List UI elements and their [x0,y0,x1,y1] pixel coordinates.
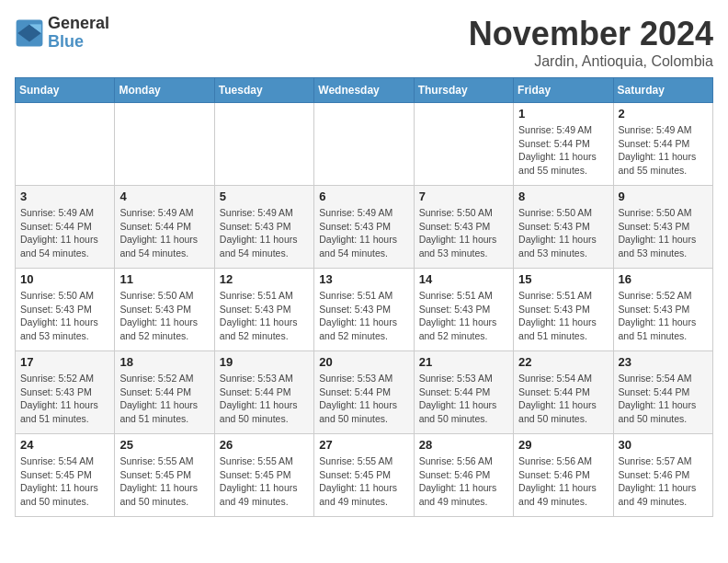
calendar-cell: 9Sunrise: 5:50 AM Sunset: 5:43 PM Daylig… [613,186,712,269]
calendar-body: 1Sunrise: 5:49 AM Sunset: 5:44 PM Daylig… [16,103,713,517]
day-info: Sunrise: 5:49 AM Sunset: 5:44 PM Dayligh… [20,206,109,260]
calendar-cell: 14Sunrise: 5:51 AM Sunset: 5:43 PM Dayli… [414,269,513,351]
day-info: Sunrise: 5:51 AM Sunset: 5:43 PM Dayligh… [518,289,608,343]
calendar-cell: 27Sunrise: 5:55 AM Sunset: 5:45 PM Dayli… [314,434,414,517]
location-subtitle: Jardin, Antioquia, Colombia [469,53,713,70]
day-info: Sunrise: 5:54 AM Sunset: 5:44 PM Dayligh… [518,372,608,426]
day-info: Sunrise: 5:51 AM Sunset: 5:43 PM Dayligh… [319,289,408,343]
day-info: Sunrise: 5:52 AM Sunset: 5:43 PM Dayligh… [20,372,109,426]
day-number: 1 [518,107,608,121]
day-info: Sunrise: 5:55 AM Sunset: 5:45 PM Dayligh… [220,454,309,509]
day-info: Sunrise: 5:52 AM Sunset: 5:44 PM Dayligh… [119,372,209,426]
day-info: Sunrise: 5:57 AM Sunset: 5:46 PM Dayligh… [619,454,708,509]
day-info: Sunrise: 5:54 AM Sunset: 5:44 PM Dayligh… [619,372,708,426]
day-number: 28 [419,438,508,452]
day-info: Sunrise: 5:55 AM Sunset: 5:45 PM Dayligh… [319,454,408,509]
calendar-cell: 12Sunrise: 5:51 AM Sunset: 5:43 PM Dayli… [214,269,313,351]
calendar-cell [214,103,313,186]
day-number: 20 [319,355,408,369]
calendar-cell: 15Sunrise: 5:51 AM Sunset: 5:43 PM Dayli… [514,269,613,351]
calendar-cell [16,103,115,186]
day-info: Sunrise: 5:50 AM Sunset: 5:43 PM Dayligh… [518,206,608,260]
day-info: Sunrise: 5:54 AM Sunset: 5:45 PM Dayligh… [20,454,109,509]
day-info: Sunrise: 5:49 AM Sunset: 5:43 PM Dayligh… [220,206,309,260]
day-info: Sunrise: 5:50 AM Sunset: 5:43 PM Dayligh… [619,206,708,260]
day-info: Sunrise: 5:55 AM Sunset: 5:45 PM Dayligh… [119,454,209,509]
calendar-cell: 28Sunrise: 5:56 AM Sunset: 5:46 PM Dayli… [414,434,513,517]
day-number: 18 [119,355,209,369]
calendar-cell: 17Sunrise: 5:52 AM Sunset: 5:43 PM Dayli… [16,351,115,434]
calendar-week-2: 3Sunrise: 5:49 AM Sunset: 5:44 PM Daylig… [16,186,713,269]
day-info: Sunrise: 5:53 AM Sunset: 5:44 PM Dayligh… [319,372,408,426]
day-number: 11 [119,272,209,286]
day-number: 7 [419,190,508,203]
calendar-cell: 10Sunrise: 5:50 AM Sunset: 5:43 PM Dayli… [16,269,115,351]
calendar-cell: 30Sunrise: 5:57 AM Sunset: 5:46 PM Dayli… [613,434,712,517]
calendar-cell: 19Sunrise: 5:53 AM Sunset: 5:44 PM Dayli… [214,351,313,434]
month-title: November 2024 [469,15,713,53]
day-info: Sunrise: 5:51 AM Sunset: 5:43 PM Dayligh… [419,289,508,343]
calendar-cell [115,103,214,186]
day-number: 21 [419,355,508,369]
day-info: Sunrise: 5:50 AM Sunset: 5:43 PM Dayligh… [20,289,109,343]
day-info: Sunrise: 5:49 AM Sunset: 5:44 PM Dayligh… [518,123,608,178]
weekday-header-row: SundayMondayTuesdayWednesdayThursdayFrid… [16,78,713,103]
calendar-week-4: 17Sunrise: 5:52 AM Sunset: 5:43 PM Dayli… [16,351,713,434]
calendar-cell: 6Sunrise: 5:49 AM Sunset: 5:43 PM Daylig… [314,186,414,269]
day-info: Sunrise: 5:50 AM Sunset: 5:43 PM Dayligh… [119,289,209,343]
day-number: 22 [518,355,608,369]
calendar-cell: 22Sunrise: 5:54 AM Sunset: 5:44 PM Dayli… [514,351,613,434]
day-info: Sunrise: 5:53 AM Sunset: 5:44 PM Dayligh… [220,372,309,426]
calendar-cell: 2Sunrise: 5:49 AM Sunset: 5:44 PM Daylig… [613,103,712,186]
calendar-cell: 18Sunrise: 5:52 AM Sunset: 5:44 PM Dayli… [115,351,214,434]
day-number: 23 [619,355,708,369]
calendar-cell: 16Sunrise: 5:52 AM Sunset: 5:43 PM Dayli… [613,269,712,351]
calendar-cell [414,103,513,186]
weekday-header-saturday: Saturday [613,78,712,103]
calendar-cell: 11Sunrise: 5:50 AM Sunset: 5:43 PM Dayli… [115,269,214,351]
day-number: 4 [119,190,209,203]
calendar-cell [314,103,414,186]
logo: General Blue [15,15,109,52]
day-number: 8 [518,190,608,203]
calendar-cell: 1Sunrise: 5:49 AM Sunset: 5:44 PM Daylig… [514,103,613,186]
weekday-header-wednesday: Wednesday [314,78,414,103]
calendar-week-5: 24Sunrise: 5:54 AM Sunset: 5:45 PM Dayli… [16,434,713,517]
calendar-cell: 8Sunrise: 5:50 AM Sunset: 5:43 PM Daylig… [514,186,613,269]
title-block: November 2024 Jardin, Antioquia, Colombi… [469,15,713,70]
calendar-cell: 7Sunrise: 5:50 AM Sunset: 5:43 PM Daylig… [414,186,513,269]
calendar-cell: 23Sunrise: 5:54 AM Sunset: 5:44 PM Dayli… [613,351,712,434]
calendar-table: SundayMondayTuesdayWednesdayThursdayFrid… [15,77,713,517]
day-number: 9 [619,190,708,203]
calendar-cell: 3Sunrise: 5:49 AM Sunset: 5:44 PM Daylig… [16,186,115,269]
calendar-cell: 20Sunrise: 5:53 AM Sunset: 5:44 PM Dayli… [314,351,414,434]
day-number: 3 [20,190,109,203]
page-header: General Blue November 2024 Jardin, Antio… [15,15,713,70]
day-number: 13 [319,272,408,286]
day-number: 2 [619,107,708,121]
day-number: 24 [20,438,109,452]
day-number: 19 [220,355,309,369]
calendar-week-1: 1Sunrise: 5:49 AM Sunset: 5:44 PM Daylig… [16,103,713,186]
calendar-cell: 5Sunrise: 5:49 AM Sunset: 5:43 PM Daylig… [214,186,313,269]
day-info: Sunrise: 5:53 AM Sunset: 5:44 PM Dayligh… [419,372,508,426]
day-number: 10 [20,272,109,286]
day-info: Sunrise: 5:49 AM Sunset: 5:43 PM Dayligh… [319,206,408,260]
calendar-header: SundayMondayTuesdayWednesdayThursdayFrid… [16,78,713,103]
day-number: 14 [419,272,508,286]
weekday-header-monday: Monday [115,78,214,103]
day-info: Sunrise: 5:49 AM Sunset: 5:44 PM Dayligh… [619,123,708,178]
calendar-cell: 4Sunrise: 5:49 AM Sunset: 5:44 PM Daylig… [115,186,214,269]
day-number: 12 [220,272,309,286]
day-info: Sunrise: 5:49 AM Sunset: 5:44 PM Dayligh… [119,206,209,260]
weekday-header-thursday: Thursday [414,78,513,103]
day-number: 30 [619,438,708,452]
day-info: Sunrise: 5:51 AM Sunset: 5:43 PM Dayligh… [220,289,309,343]
logo-icon [15,18,44,48]
day-number: 6 [319,190,408,203]
day-number: 29 [518,438,608,452]
day-number: 5 [220,190,309,203]
calendar-cell: 24Sunrise: 5:54 AM Sunset: 5:45 PM Dayli… [16,434,115,517]
day-number: 15 [518,272,608,286]
day-number: 26 [220,438,309,452]
